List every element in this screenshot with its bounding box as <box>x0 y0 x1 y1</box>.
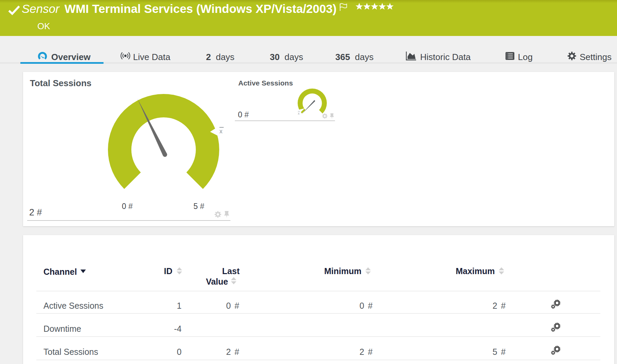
svg-text:x: x <box>298 111 300 115</box>
svg-text:x: x <box>220 128 223 135</box>
